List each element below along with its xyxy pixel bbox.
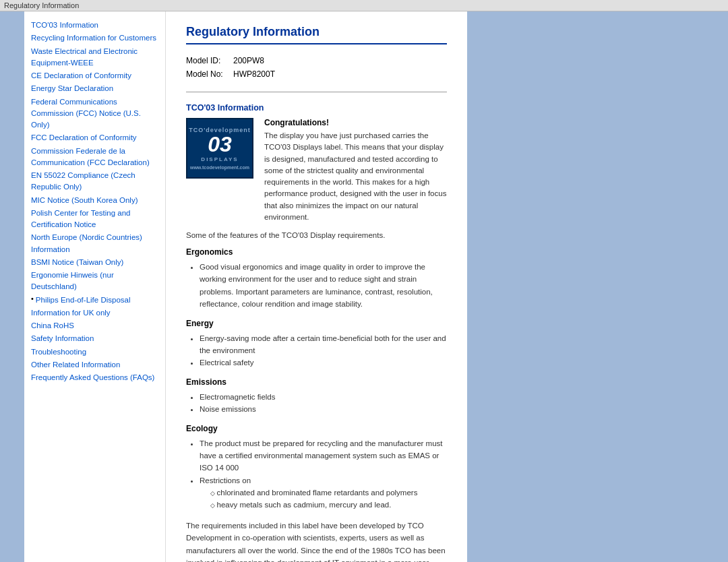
tco-info-block: TCO'development 03 DISPLAYS www.tcodevel… [186,118,447,223]
sidebar-link-fcc-decl[interactable]: FCC Declaration of Conformity [31,132,158,144]
list-item: chlorinated and brominated flame retarda… [210,487,447,499]
sidebar-link-recycling[interactable]: Recycling Information for Customers [31,32,158,44]
list-item: Electrical safety [200,356,447,369]
section-list-1: Energy-saving mode after a certain time-… [186,332,447,369]
sidebar-link-polish[interactable]: Polish Center for Testing and Certificat… [31,208,158,231]
model-id-value: 200PW8 [233,54,283,67]
sections-container: ErgonomicsGood visual ergonomics and ima… [186,247,447,511]
section-list-3: The product must be prepared for recycli… [186,437,447,511]
sidebar-link-en55022[interactable]: EN 55022 Compliance (Czech Republic Only… [31,170,158,193]
main-content: Regulatory Information Model ID: 200PW8 … [166,11,467,562]
browser-title-bar: Regulatory Information [0,0,728,11]
sidebar-link-bsmi[interactable]: BSMI Notice (Taiwan Only) [31,257,158,268]
model-id-label: Model ID: [186,54,233,67]
list-item: Noise emissions [200,403,447,415]
tco-section-heading: TCO'03 Information [186,103,447,113]
sidebar-link-north-europe[interactable]: North Europe (Nordic Countries) Informat… [31,232,158,255]
section-ergonomics: ErgonomicsGood visual ergonomics and ima… [186,247,447,311]
sidebar-link-tco03[interactable]: TCO'03 Information [31,20,158,31]
section-emissions: EmissionsElectromagnetic fieldsNoise emi… [186,377,447,416]
sidebar-link-troubleshooting[interactable]: Troubleshooting [31,346,158,358]
section-list-2: Electromagnetic fieldsNoise emissions [186,391,447,416]
model-id-row: Model ID: 200PW8 [186,54,283,67]
sidebar-link-commission-fed[interactable]: Commission Federale de la Communication … [31,146,158,169]
list-item: The product must be prepared for recycli… [200,437,447,474]
list-item: heavy metals such as cadmium, mercury an… [210,499,447,511]
list-item: Energy-saving mode after a certain time-… [200,332,447,357]
section-ecology: EcologyThe product must be prepared for … [186,424,447,511]
sidebar-link-china[interactable]: China RoHS [31,320,158,332]
list-item: Restrictions onchlorinated and brominate… [200,474,447,511]
left-accent-bar [0,11,24,562]
sidebar-link-uk[interactable]: Information for UK only [31,307,158,319]
sidebar-link-fcc-notice[interactable]: Federal Communications Commission (FCC) … [31,96,158,131]
bullet-icon: • [31,294,34,303]
tco-description: Congratulations! The display you have ju… [264,118,447,223]
page-title: Regulatory Information [186,25,447,44]
section-heading-2: Emissions [186,377,447,387]
browser-title: Regulatory Information [4,1,79,9]
model-no-label: Model No: [186,67,233,81]
tco-url-text: www.tcodevelopment.com [190,165,249,170]
sidebar-link-ce[interactable]: CE Declaration of Conformity [31,70,158,82]
sidebar-link-philips[interactable]: Philips End-of-Life Disposal [36,294,131,306]
list-item: Good visual ergonomics and image quality… [200,261,447,311]
section-heading-3: Ecology [186,424,447,433]
model-no-row: Model No: HWP8200T [186,67,283,81]
right-accent-bar [467,11,728,562]
sidebar: TCO'03 InformationRecycling Information … [24,11,166,562]
closing-text: The requirements included in this label … [186,520,447,562]
sidebar-item-philips: • Philips End-of-Life Disposal [31,294,158,307]
section-heading-0: Ergonomics [186,247,447,257]
tco-displays-text: DISPLAYS [201,156,238,162]
model-no-value: HWP8200T [233,67,283,81]
model-info-table: Model ID: 200PW8 Model No: HWP8200T [186,54,283,81]
sub-bullet-list: chlorinated and brominated flame retarda… [200,487,447,511]
divider [186,92,447,92]
congratulations-heading: Congratulations! [264,118,447,127]
tco-logo: TCO'development 03 DISPLAYS www.tcodevel… [186,118,253,179]
section-energy: EnergyEnergy-saving mode after a certain… [186,319,447,369]
features-intro: Some of the features of the TCO'03 Displ… [186,231,447,239]
sidebar-link-other[interactable]: Other Related Information [31,359,158,371]
sidebar-link-faq[interactable]: Frequently Asked Questions (FAQs) [31,372,158,383]
congratulations-text: The display you have just purchased carr… [264,130,447,223]
section-heading-1: Energy [186,319,447,328]
sidebar-link-safety[interactable]: Safety Information [31,333,158,344]
sidebar-link-weee[interactable]: Waste Electrical and Electronic Equipmen… [31,46,158,69]
list-item: Electromagnetic fields [200,391,447,403]
tco-number: 03 [208,133,232,155]
sidebar-link-energy-star[interactable]: Energy Star Declaration [31,83,158,94]
sidebar-link-mic[interactable]: MIC Notice (South Korea Only) [31,195,158,206]
sidebar-link-ergonomie[interactable]: Ergonomie Hinweis (nur Deutschland) [31,270,158,293]
section-list-0: Good visual ergonomics and image quality… [186,261,447,311]
